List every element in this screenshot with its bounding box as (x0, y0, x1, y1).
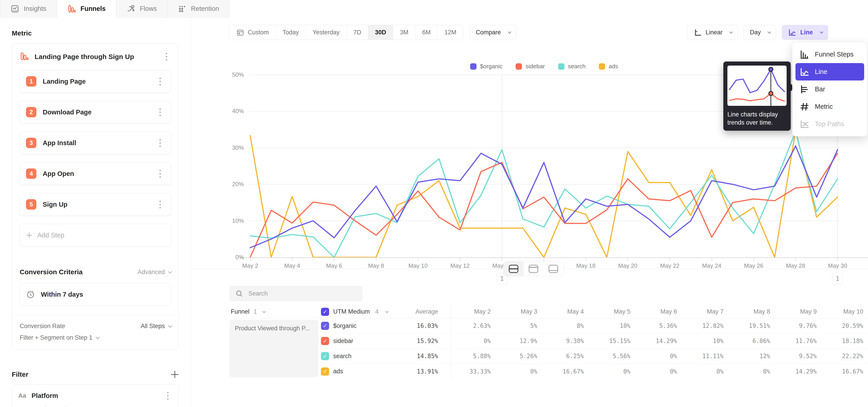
table-cell: 0% (451, 338, 498, 344)
legend-item[interactable]: sidebar (516, 63, 545, 70)
row-checkbox[interactable]: ✓ (321, 337, 329, 345)
average-value: 13.91% (417, 368, 438, 375)
average-column-header[interactable]: Average (415, 308, 438, 315)
date-column-header[interactable]: May 6 (637, 308, 684, 315)
advanced-dropdown[interactable]: Advanced (138, 269, 171, 276)
funnel-column-header[interactable]: Funnel 1 (229, 308, 321, 315)
chevron-down-icon (820, 30, 824, 33)
range-7d[interactable]: 7D (346, 25, 368, 39)
range-custom[interactable]: Custom (230, 25, 276, 39)
funnel-row-label[interactable]: Product Viewed through P... (229, 320, 318, 377)
row-checkbox[interactable]: ✓ (321, 352, 329, 360)
table-cell: 33.33% (451, 368, 498, 375)
average-value: 14.85% (417, 353, 438, 359)
tab-insights[interactable]: Insights (0, 0, 57, 18)
layout-table-toggle[interactable] (544, 261, 563, 276)
tab-funnels[interactable]: Funnels (57, 0, 116, 18)
menu-item-top-paths: Top Paths (796, 115, 864, 133)
menu-item-line[interactable]: Line (796, 63, 864, 81)
x-axis-tick (418, 258, 418, 261)
range-30d[interactable]: 30D (368, 25, 393, 39)
all-steps-dropdown[interactable]: All Steps (141, 323, 171, 330)
table-cell: 12.9% (498, 338, 544, 344)
add-filter-button[interactable] (170, 370, 179, 378)
tooltip-preview-chart (727, 66, 786, 106)
metric-section-title: Metric (12, 29, 179, 37)
date-column-header[interactable]: May 4 (544, 308, 591, 315)
table-cell: 0% (591, 368, 637, 375)
table-cell: 12.82% (684, 322, 730, 329)
menu-item-bar[interactable]: Bar (796, 81, 864, 98)
filter-segment-step1-dropdown[interactable]: Filter + Segment on Step 1 (12, 332, 179, 349)
filter-operator[interactable]: Is (34, 406, 39, 407)
split-view-icon (509, 265, 518, 273)
range-today[interactable]: Today (276, 25, 306, 39)
legend-item[interactable]: ads (599, 63, 618, 70)
x-axis-label: May 6 (316, 262, 352, 269)
range-yesterday[interactable]: Yesterday (306, 25, 346, 39)
step-kebab-menu[interactable] (156, 168, 164, 179)
series-ads (250, 130, 837, 257)
table-header-row: Funnel 1 ✓ UTM Medium 4 Average May 2May… (229, 305, 868, 318)
funnel-step-1[interactable]: 1 Landing Page (20, 70, 171, 93)
row-checkbox[interactable]: ✓ (321, 368, 329, 376)
breakdown-column-header[interactable]: ✓ UTM Medium 4 Average (321, 305, 451, 318)
date-column-header[interactable]: May 9 (777, 308, 824, 315)
step-kebab-menu[interactable] (156, 199, 164, 210)
annotation-badge[interactable]: 1 (832, 273, 843, 285)
interval-dropdown[interactable]: Day (744, 25, 776, 40)
table-row: ✓ $organic 16.03% 2.63%5%8%10%5.36%12.82… (321, 318, 868, 334)
metric-kebab-menu[interactable] (162, 51, 171, 62)
line-chart-icon (788, 28, 797, 37)
funnel-step-4[interactable]: 4 App Open (20, 162, 171, 185)
date-column-header[interactable]: May 7 (684, 308, 730, 315)
date-column-header[interactable]: May 2 (451, 308, 498, 315)
add-step-button[interactable]: Add Step (20, 224, 171, 247)
step-kebab-menu[interactable] (156, 76, 164, 87)
legend-item[interactable]: search (558, 63, 586, 70)
conversion-window-button[interactable]: Within 7 days (20, 283, 171, 306)
tab-flows[interactable]: Flows (116, 0, 167, 18)
table-cell: 0% (498, 368, 544, 375)
menu-item-funnel-steps[interactable]: Funnel Steps (796, 46, 864, 63)
scale-dropdown[interactable]: Linear (687, 25, 738, 40)
y-axis-label: 0% (224, 254, 244, 261)
step-kebab-menu[interactable] (156, 138, 164, 148)
series-search (250, 131, 837, 257)
range-3m[interactable]: 3M (393, 25, 415, 39)
funnel-step-2[interactable]: 2 Download Page (20, 101, 171, 123)
legend-item[interactable]: $organic (470, 63, 503, 70)
filter-card-platform[interactable]: Aa Platform Is iOS Native (12, 384, 179, 407)
step-kebab-menu[interactable] (156, 107, 164, 118)
range-6m[interactable]: 6M (415, 25, 438, 39)
x-axis-label: May 20 (610, 262, 646, 269)
search-input[interactable] (248, 290, 356, 298)
x-axis-tick (753, 258, 754, 261)
x-axis-tick (544, 258, 544, 261)
table-cell: 6.25% (544, 353, 591, 359)
y-axis-label: 10% (224, 217, 244, 224)
table-cell: 0% (730, 368, 777, 375)
select-all-checkbox[interactable]: ✓ (321, 308, 329, 316)
menu-item-metric[interactable]: Metric (796, 98, 864, 115)
tab-retention[interactable]: Retention (167, 0, 230, 18)
metric-card-header[interactable]: Landing Page through Sign Up (12, 44, 179, 70)
layout-chart-toggle[interactable] (524, 261, 544, 276)
date-column-header[interactable]: May 3 (498, 308, 544, 315)
funnel-step-5[interactable]: 5 Sign Up (20, 193, 171, 216)
step-number-badge: 4 (26, 168, 36, 179)
chart-type-dropdown[interactable]: Line (782, 25, 828, 40)
date-column-header[interactable]: May 10 (824, 308, 868, 315)
table-cell: 11.76% (777, 338, 824, 344)
filter-value[interactable]: iOS Native (44, 406, 72, 407)
layout-split-toggle[interactable] (504, 261, 524, 276)
legend-swatch (599, 63, 605, 70)
funnel-step-3[interactable]: 3 App Install (20, 132, 171, 154)
chevron-down-icon (730, 30, 733, 33)
row-checkbox[interactable]: ✓ (321, 322, 329, 330)
range-12m[interactable]: 12M (438, 25, 463, 39)
filter-kebab-menu[interactable] (163, 390, 172, 401)
compare-button[interactable]: Compare (470, 25, 516, 40)
date-column-header[interactable]: May 5 (591, 308, 637, 315)
date-column-header[interactable]: May 8 (730, 308, 777, 315)
